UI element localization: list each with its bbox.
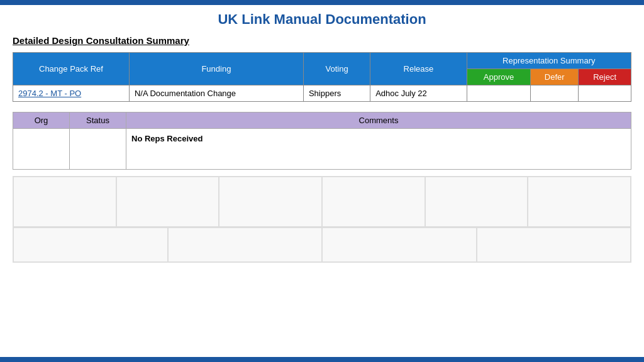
table-row: 2974.2 - MT - PO N/A Documentation Chang… <box>13 85 631 102</box>
reject-cell <box>579 85 631 102</box>
content-area: UK Link Manual Documentation Detailed De… <box>0 5 644 357</box>
col-status: Status <box>70 112 126 129</box>
ghost-cell <box>322 177 425 227</box>
section-heading: Detailed Design Consultation Summary <box>13 35 631 46</box>
detail-table: Org Status Comments No Reps Received <box>13 112 631 170</box>
col-funding: Funding <box>129 53 303 85</box>
status-cell <box>70 129 126 170</box>
ref-link[interactable]: 2974.2 - MT - PO <box>18 89 81 98</box>
col-release: Release <box>370 53 467 85</box>
ghost-cell <box>13 177 116 227</box>
detail-header-row: Org Status Comments <box>13 112 631 129</box>
no-reps-text: No Reps Received <box>131 134 203 143</box>
summary-table: Change Pack Ref Funding Voting Release R… <box>13 52 631 102</box>
ghost-grid-2 <box>13 228 631 263</box>
top-bar <box>0 0 644 5</box>
comments-cell: No Reps Received <box>126 129 631 170</box>
col-reject: Reject <box>579 69 631 85</box>
release-cell: Adhoc July 22 <box>370 85 467 102</box>
approve-cell <box>467 85 531 102</box>
ghost-grid-1 <box>13 176 631 228</box>
defer-cell <box>531 85 579 102</box>
funding-cell: N/A Documentation Change <box>129 85 303 102</box>
ghost-cell <box>528 177 631 227</box>
bottom-bar <box>0 357 644 362</box>
col-defer: Defer <box>531 69 579 85</box>
col-comments: Comments <box>126 112 631 129</box>
col-rep-summary: Representation Summary <box>467 53 631 69</box>
org-cell <box>13 129 70 170</box>
detail-table-row: No Reps Received <box>13 129 631 170</box>
col-approve: Approve <box>467 69 531 85</box>
voting-cell: Shippers <box>303 85 370 102</box>
ghost-cell-small <box>168 228 323 262</box>
col-voting: Voting <box>303 53 370 85</box>
col-org: Org <box>13 112 70 129</box>
ghost-cell-small <box>477 228 631 262</box>
ref-link-cell[interactable]: 2974.2 - MT - PO <box>13 85 130 102</box>
ghost-cell <box>425 177 528 227</box>
col-change-pack-ref: Change Pack Ref <box>13 53 130 85</box>
ghost-cell <box>219 177 322 227</box>
ghost-cell-small <box>322 228 477 262</box>
ghost-cell-small <box>13 228 168 262</box>
page-title: UK Link Manual Documentation <box>13 11 631 28</box>
ghost-cell <box>116 177 219 227</box>
